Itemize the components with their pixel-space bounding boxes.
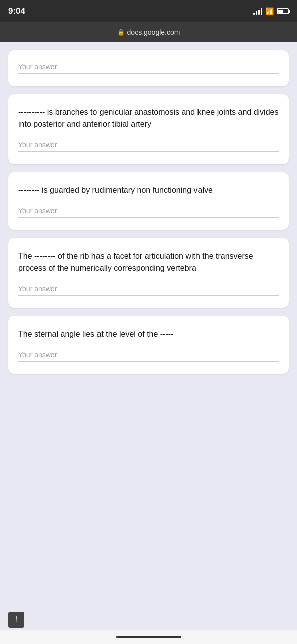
main-content: Your answer ---------- is branches to ge…	[0, 42, 297, 610]
question-text-3: -------- is guarded by rudimentary non f…	[18, 184, 279, 196]
question-text-4: The -------- of the rib has a facet for …	[18, 250, 279, 274]
answer-label-3: Your answer	[18, 207, 57, 215]
question-card-2: ---------- is branches to genicular anas…	[8, 94, 289, 164]
answer-field-container-2[interactable]: Your answer	[18, 140, 279, 152]
home-indicator	[116, 636, 181, 638]
feedback-button[interactable]: !	[8, 612, 24, 628]
home-indicator-bar	[0, 630, 297, 644]
status-icons: 📶	[253, 7, 289, 15]
status-time: 9:04	[8, 6, 25, 16]
answer-field-container-4[interactable]: Your answer	[18, 284, 279, 296]
lock-icon: 🔒	[117, 29, 125, 36]
battery-icon	[277, 8, 289, 14]
question-text-2: ---------- is branches to genicular anas…	[18, 106, 279, 130]
url-text: 🔒 docs.google.com	[117, 28, 180, 36]
question-card-3: -------- is guarded by rudimentary non f…	[8, 172, 289, 230]
answer-label-4: Your answer	[18, 285, 57, 293]
wifi-icon: 📶	[265, 7, 274, 15]
signal-icon	[253, 8, 262, 15]
answer-label-2: Your answer	[18, 141, 57, 149]
url-label: docs.google.com	[127, 28, 180, 36]
question-card-5: The sternal angle lies at the level of t…	[8, 316, 289, 374]
question-card-4: The -------- of the rib has a facet for …	[8, 238, 289, 308]
answer-field-container-3[interactable]: Your answer	[18, 206, 279, 218]
answer-label-5: Your answer	[18, 351, 57, 359]
url-bar: 🔒 docs.google.com	[0, 22, 297, 42]
answer-label-1: Your answer	[18, 63, 57, 71]
status-bar: 9:04 📶	[0, 0, 297, 22]
question-card-1: Your answer	[8, 50, 289, 86]
question-text-5: The sternal angle lies at the level of t…	[18, 328, 279, 340]
answer-field-container-5[interactable]: Your answer	[18, 350, 279, 362]
bottom-bar: !	[0, 610, 297, 630]
answer-field-container-1: Your answer	[18, 62, 279, 74]
